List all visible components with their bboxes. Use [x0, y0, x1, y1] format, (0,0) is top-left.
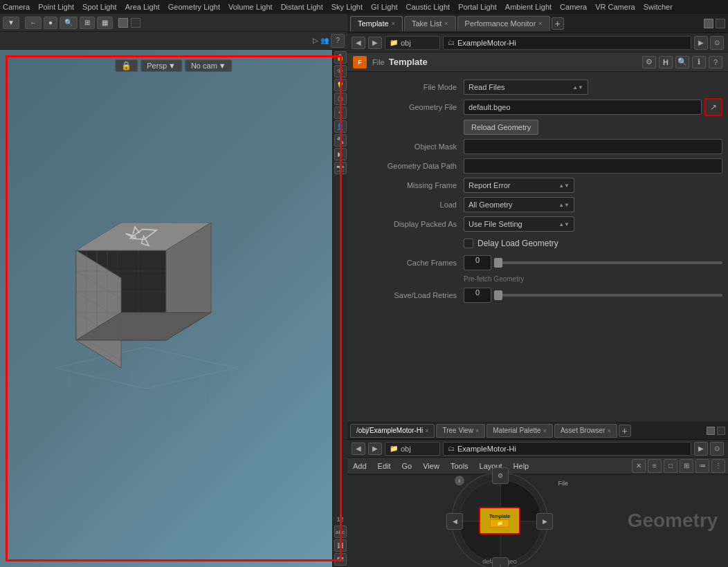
nav-btn-2[interactable]: ● [44, 17, 57, 29]
lock-cam-btn[interactable]: 🔒 [115, 59, 138, 72]
bottom-tab-asset[interactable]: Asset Browser × [554, 424, 617, 438]
home-btn[interactable]: ⊙ [710, 36, 724, 50]
menu-ambient-light[interactable]: Ambient Light [505, 3, 552, 11]
side-icon-map[interactable]: 🗺 [334, 553, 347, 566]
breadcrumb-box[interactable]: 📁 obj [385, 36, 440, 50]
file-browse-btn[interactable]: ↗ [704, 98, 722, 116]
menu-sky-light[interactable]: Sky Light [331, 3, 363, 11]
bottom-tab-asset-close[interactable]: × [607, 427, 610, 434]
radial-icon-bottom[interactable]: ↓ [492, 557, 509, 567]
list-btn[interactable]: ≔ [695, 459, 709, 473]
bottom-path-box[interactable]: 🗂 ExampleMotor-Hi [443, 442, 691, 456]
menu-camera2[interactable]: Camera [560, 3, 587, 11]
question-btn-right[interactable]: ? [709, 56, 722, 68]
menu-tools[interactable]: Tools [448, 462, 471, 470]
save-load-input[interactable]: 0 [464, 288, 491, 303]
menu-vr-camera[interactable]: VR Camera [595, 3, 635, 11]
forward-btn[interactable]: ▶ [368, 37, 382, 49]
persp-btn[interactable]: Persp ▼ [140, 59, 182, 72]
menu-edit[interactable]: Edit [375, 462, 394, 470]
save-load-slider-track[interactable] [494, 294, 722, 297]
nav-btn-5[interactable]: ▦ [97, 17, 113, 29]
menu-geometry-light[interactable]: Geometry Light [168, 3, 220, 11]
nav-right-btn[interactable]: ▶ [694, 36, 708, 50]
bottom-tab-tree-close[interactable]: × [475, 427, 479, 434]
path-box[interactable]: 🗂 ExampleMotor-Hi [443, 36, 691, 50]
menu-gi-light[interactable]: GI Light [371, 3, 398, 11]
radial-icon-right[interactable]: ▶ [536, 513, 553, 530]
bottom-tab-material-close[interactable]: × [543, 427, 547, 434]
grid-btn[interactable]: ≡ [648, 459, 662, 473]
side-icon-bulb[interactable]: 💡 [334, 79, 347, 91]
cache-frames-input[interactable]: 0 [464, 255, 491, 270]
reload-geometry-btn[interactable]: Reload Geometry [464, 120, 538, 135]
bottom-tab-add[interactable]: + [619, 425, 631, 437]
snap-btn[interactable]: ✕ [632, 459, 646, 473]
nav-btn-4[interactable]: ⊞ [80, 17, 95, 29]
menu-camera[interactable]: Camera [3, 3, 30, 11]
tab-performance[interactable]: Performance Monitor × [457, 16, 550, 31]
load-select[interactable]: All Geometry ▲▼ [464, 197, 574, 212]
box-btn[interactable]: □ [664, 459, 677, 473]
search-btn[interactable]: 🔍 [675, 56, 689, 68]
menu-caustic-light[interactable]: Caustic Light [406, 3, 451, 11]
menu-help[interactable]: Help [511, 462, 532, 470]
side-icon-eye[interactable]: 👁 [334, 65, 347, 77]
tab-take-list[interactable]: Take List × [404, 16, 456, 31]
bottom-tab-obj-close[interactable]: × [425, 427, 428, 434]
menu-switcher[interactable]: Switcher [644, 3, 673, 11]
side-icon-3d[interactable]: ⬡ [334, 93, 347, 105]
bottom-breadcrumb[interactable]: 📁 obj [385, 442, 440, 456]
radial-icon-left[interactable]: ◀ [446, 513, 463, 530]
nav-btn-3[interactable]: 🔍 [60, 17, 78, 29]
menu-volume-light[interactable]: Volume Light [228, 3, 273, 11]
cam-btn[interactable]: No cam ▼ [185, 59, 233, 72]
bottom-tab-material[interactable]: Material Palette × [486, 424, 553, 438]
side-icon-star[interactable]: ✦ [334, 106, 347, 119]
bottom-tab-tree[interactable]: Tree View × [436, 424, 485, 438]
menu-distant-light[interactable]: Distant Light [281, 3, 323, 11]
missing-frame-select[interactable]: Report Error ▲▼ [464, 178, 574, 193]
grid2-btn[interactable]: ⊞ [680, 459, 693, 473]
menu-point-light[interactable]: Point Light [38, 3, 74, 11]
h-btn[interactable]: H [659, 56, 673, 68]
menu-add[interactable]: Add [350, 462, 370, 470]
display-packed-select[interactable]: Use File Setting ▲▼ [464, 216, 574, 232]
bottom-tab-obj[interactable]: /obj/ExampleMotor-Hi × [350, 424, 435, 438]
question-btn[interactable]: ? [331, 34, 345, 48]
side-icon-render[interactable]: ▶ [334, 148, 347, 160]
select-btn[interactable]: ▼ [3, 17, 19, 29]
menu-area-light[interactable]: Area Light [125, 3, 160, 11]
object-mask-input[interactable] [464, 139, 722, 154]
back-btn[interactable]: ◀ [352, 37, 365, 49]
side-icon-img[interactable]: 🖼 [334, 539, 347, 552]
node-template[interactable]: Template 📁 [479, 507, 520, 535]
cache-frames-slider-thumb[interactable] [494, 258, 502, 268]
node-info-badge[interactable]: i [455, 476, 464, 485]
side-icon-lock[interactable]: 🔒 [334, 51, 347, 64]
delay-load-checkbox[interactable] [464, 239, 473, 248]
gear-btn[interactable]: ⚙ [642, 56, 656, 68]
geo-data-path-input[interactable] [464, 158, 722, 174]
cache-frames-slider-track[interactable] [494, 261, 722, 264]
select-tool[interactable]: ▷ [313, 37, 318, 44]
bottom-forward-btn[interactable]: ▶ [368, 443, 382, 455]
side-icon-cam[interactable]: 📷 [334, 162, 347, 174]
menu-view[interactable]: View [420, 462, 442, 470]
info-btn[interactable]: ℹ [692, 56, 706, 68]
save-load-slider-thumb[interactable] [494, 290, 502, 300]
menu-spot-light[interactable]: Spot Light [82, 3, 117, 11]
file-mode-select[interactable]: Read Files ▲▼ [464, 80, 588, 95]
geometry-file-input[interactable]: default.bgeo [464, 100, 702, 115]
side-icon-person[interactable]: 👤 [334, 120, 347, 133]
side-icon-abc[interactable]: abc [334, 526, 347, 538]
dots-btn[interactable]: ⋮ [711, 459, 725, 473]
tab-template-close[interactable]: × [392, 20, 395, 27]
tab-performance-close[interactable]: × [538, 20, 542, 27]
bottom-back-btn[interactable]: ◀ [352, 443, 365, 455]
tab-add-btn[interactable]: + [552, 17, 564, 30]
tab-take-list-close[interactable]: × [444, 20, 448, 27]
tab-template[interactable]: Template × [350, 16, 403, 31]
menu-go[interactable]: Go [399, 462, 415, 470]
nav-btn-1[interactable]: ← [25, 17, 42, 29]
